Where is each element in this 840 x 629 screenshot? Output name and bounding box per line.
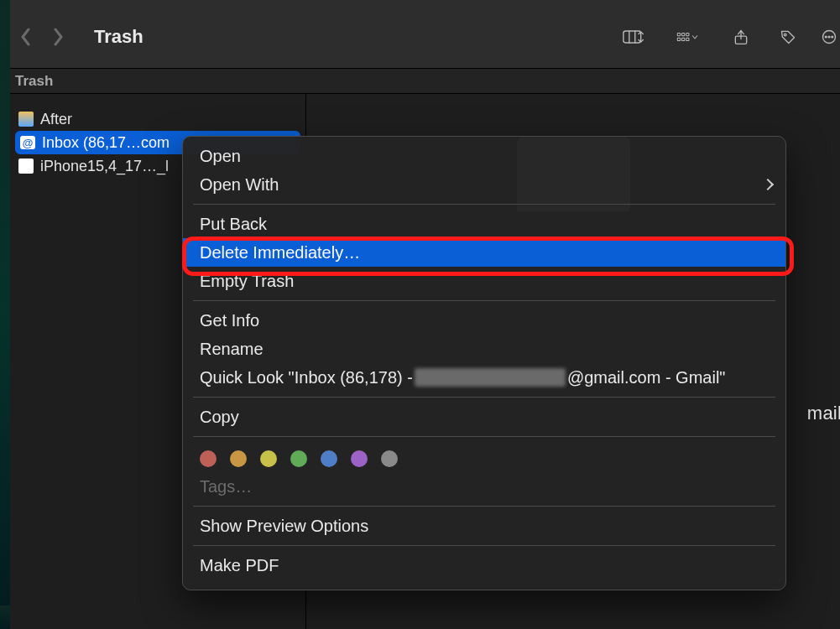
ctx-show-preview-options[interactable]: Show Preview Options [183, 512, 785, 540]
file-name: Inbox (86,17…com [42, 134, 170, 152]
ctx-empty-trash[interactable]: Empty Trash [183, 267, 785, 295]
svg-rect-3 [677, 33, 680, 35]
svg-rect-0 [623, 31, 641, 43]
tag-swatch-yellow[interactable] [260, 450, 277, 467]
context-menu: Open Open With Put Back Delete Immediate… [182, 136, 786, 590]
svg-rect-5 [686, 33, 689, 35]
ctx-separator [193, 506, 775, 507]
ctx-separator [193, 397, 775, 398]
ctx-make-pdf[interactable]: Make PDF [183, 551, 785, 580]
ctx-put-back[interactable]: Put Back [183, 210, 785, 238]
tag-swatch-green[interactable] [290, 450, 307, 467]
path-bar[interactable]: Trash [10, 69, 840, 94]
ctx-separator [193, 436, 775, 437]
ctx-tags[interactable]: Tags… [183, 472, 785, 501]
ctx-copy[interactable]: Copy [183, 403, 785, 431]
ctx-tag-colors [183, 442, 785, 472]
quick-look-suffix: @gmail.com - Gmail" [567, 368, 726, 387]
ctx-rename[interactable]: Rename [183, 335, 785, 363]
ctx-separator [193, 300, 775, 301]
tag-swatch-blue[interactable] [321, 450, 337, 467]
file-name: iPhone15,4_17…_l [40, 158, 169, 175]
window-title: Trash [94, 26, 143, 48]
ctx-separator [193, 545, 775, 546]
tags-button[interactable] [771, 24, 805, 49]
ctx-open[interactable]: Open [183, 142, 785, 170]
ctx-delete-immediately[interactable]: Delete Immediately… [183, 238, 785, 267]
ctx-open-with[interactable]: Open With [183, 170, 785, 199]
ctx-get-info[interactable]: Get Info [183, 306, 785, 335]
share-button[interactable] [724, 24, 758, 49]
ctx-separator [193, 204, 775, 205]
ctx-quick-look[interactable]: Quick Look "Inbox (86,178) - @gmail.com … [183, 363, 785, 392]
tag-swatch-purple[interactable] [351, 450, 368, 467]
tag-swatch-orange[interactable] [230, 450, 247, 467]
back-button[interactable] [13, 24, 39, 49]
svg-point-13 [825, 36, 827, 38]
forward-button[interactable] [45, 24, 70, 49]
window-toolbar: Trash [10, 17, 840, 57]
folder-thumb-icon [18, 112, 34, 127]
svg-rect-8 [686, 38, 689, 40]
document-icon [18, 159, 34, 174]
group-by-button[interactable] [664, 24, 711, 49]
svg-point-14 [828, 36, 830, 38]
path-label: Trash [15, 73, 53, 90]
svg-point-11 [784, 34, 786, 36]
view-columns-button[interactable] [617, 24, 650, 49]
webloc-icon: @ [20, 136, 35, 149]
svg-point-15 [832, 36, 833, 38]
tag-swatch-red[interactable] [200, 450, 217, 467]
redacted-email [415, 368, 566, 387]
desktop-left-edge [0, 0, 10, 629]
file-row-after[interactable]: After [10, 107, 305, 131]
svg-rect-7 [682, 38, 685, 40]
quick-look-prefix: Quick Look "Inbox (86,178) - [200, 368, 413, 387]
svg-rect-4 [682, 33, 685, 35]
more-button[interactable] [818, 24, 840, 49]
tag-swatch-gray[interactable] [381, 450, 398, 467]
preview-filename-tail: mail [807, 403, 840, 424]
svg-rect-6 [677, 38, 680, 40]
file-name: After [40, 111, 72, 128]
